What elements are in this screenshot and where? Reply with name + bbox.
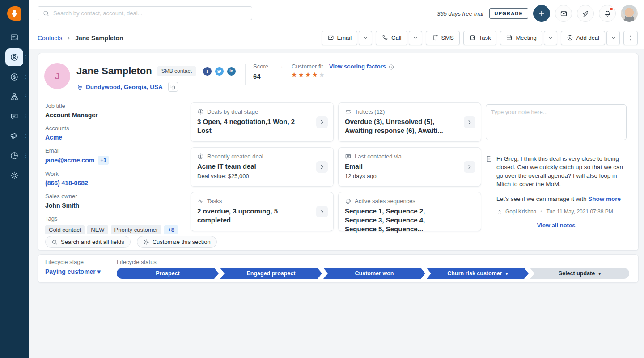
scoring-link-text: View scoring factors [329,63,386,70]
card-expand-button[interactable] [316,206,328,217]
lifecycle-select-update[interactable]: Select update▾ [530,268,629,279]
breadcrumb-contacts-link[interactable]: Contacts [38,34,62,42]
action-group-add-deal: Add deal [561,31,620,45]
tag-chip[interactable]: NEW [87,225,108,234]
meeting-button[interactable]: Meeting [500,31,542,45]
more-tags-chip[interactable]: +8 [164,225,178,234]
notifications-button[interactable] [599,5,616,22]
card-active-sales-sequences[interactable]: Active sales sequencesSequence 1, Sequen… [338,192,481,231]
chevron-down-icon [610,35,616,41]
nav-deals[interactable]: ⋮ [5,68,23,86]
lifecycle-stage-dropdown[interactable]: Paying customer ▾ [45,268,101,275]
dollar-icon [197,108,204,115]
card-tasks[interactable]: Tasks2 overdue, 3 upcoming, 5 completed [191,192,334,231]
topbar: 365 days free trial UPGRADE [29,0,644,27]
sms-button[interactable]: SMS [426,31,460,45]
drag-dots-icon[interactable]: ⋮ [24,94,28,99]
field-tags: TagsCold contactNEWPriority customer+8 [45,215,184,234]
card-title: Last contacted via [355,153,402,160]
copy-button[interactable] [168,82,178,92]
card-recently-created-deal[interactable]: Recently created dealAcme IT team dealDe… [191,147,334,187]
search-edit-fields-button[interactable]: Search and edit all fields [45,236,131,248]
view-scoring-factors-link[interactable]: View scoring factors [329,63,394,70]
show-more-link[interactable]: Show more [588,196,621,202]
user-avatar[interactable] [621,5,638,22]
drag-dots-icon[interactable]: ⋮ [24,75,28,79]
task-button[interactable]: Task [463,31,497,45]
freshworks-logo-icon[interactable] [6,5,22,21]
call-button[interactable]: Call [376,31,407,45]
add-deal-dropdown-button[interactable] [606,31,620,45]
field-value[interactable]: jane@acme.com+1 [45,156,184,165]
card-deals-by-deal-stage[interactable]: Deals by deal stage3 Open, 4 negotiation… [191,102,334,142]
more-count-chip[interactable]: +1 [98,156,109,165]
score-value: 64 [253,72,261,80]
ticket-icon [345,108,352,115]
chevron-right-icon [319,164,325,170]
nav-conversations[interactable]: ⋮ [5,107,23,125]
card-expand-button[interactable] [464,116,475,128]
nav-contacts[interactable]: ⋮ [5,48,23,66]
nav-settings[interactable] [5,166,23,184]
lifecycle-stage-label: Lifecycle stage [45,259,84,265]
trial-text: 365 days free trial [437,10,483,17]
contact-summary-card: J Jane Sampleton SMB contact f in Dundyw… [38,53,639,251]
chevron-down-icon [412,35,418,41]
card-expand-button[interactable] [464,161,475,173]
drag-dots-icon[interactable]: ⋮ [24,114,28,119]
email-button[interactable]: Email [322,31,358,45]
email-inbox-button[interactable] [555,5,572,22]
meeting-dropdown-button[interactable] [544,31,557,45]
field-label: Tags [45,215,184,222]
card-last-contacted-via[interactable]: Last contacted viaEmail12 days ago [338,147,481,187]
lifecycle-stage-prospect[interactable]: Prospect [117,268,219,279]
facebook-icon[interactable]: f [203,67,212,76]
nav-deals-icon [10,72,19,81]
search-icon [51,239,58,245]
nav-analytics[interactable]: ⋮ [5,147,23,165]
envelope-icon [560,10,568,17]
drag-dots-icon[interactable]: ⋮ [24,153,28,158]
view-all-notes-link[interactable]: View all notes [486,222,627,229]
quick-add-button[interactable] [533,5,550,22]
drag-dots-icon[interactable]: ⋮ [24,134,28,138]
global-search[interactable] [38,6,252,20]
tag-chip[interactable]: Cold contact [45,225,85,234]
card-primary-text: 3 Open, 4 negotiation,1 Won, 2 Lost [197,117,304,135]
search-input[interactable] [53,10,247,17]
field-value[interactable]: Acme [45,133,184,141]
call-dropdown-button[interactable] [409,31,422,45]
twitter-icon[interactable] [215,67,224,76]
card-expand-button[interactable] [316,161,328,173]
whats-new-button[interactable] [577,5,594,22]
contact-actions: EmailCallSMSTaskMeetingAdd deal [322,31,638,45]
linkedin-icon[interactable]: in [227,67,236,76]
field-value[interactable]: (866) 418-0682 [45,179,184,187]
customize-section-button[interactable]: Customize this section [137,236,217,248]
upgrade-button[interactable]: UPGRADE [489,8,528,19]
nav-dashboard[interactable] [5,29,23,47]
more-actions-button[interactable] [623,31,638,45]
note-text: Hi Greg, I think this deal is very close… [496,154,627,203]
note-input[interactable] [486,104,627,140]
nav-accounts[interactable]: ⋮ [5,88,23,106]
tag-chip[interactable]: Priority customer [111,225,162,234]
lifecycle-stage-churn-risk-customer[interactable]: Churn risk customer▾ [427,268,529,279]
card-tickets-12[interactable]: Tickets (12)Overdue (3), Unresolved (5),… [338,102,481,142]
lifecycle-stage-engaged-prospect[interactable]: Engaged prospect [220,268,322,279]
breadcrumb-bar: Contacts Jane Sampleton EmailCallSMSTask… [29,27,644,49]
star-icon: ★ [298,71,305,78]
dollar-icon [197,153,204,160]
contact-location-link[interactable]: Dundywood, Georgia, USA [86,84,163,90]
add-deal-button[interactable]: Add deal [561,31,605,45]
card-expand-button[interactable] [316,116,328,128]
field-work: Work(866) 418-0682 [45,170,184,187]
lifecycle-stage-value: Paying customer [45,268,96,275]
email-dropdown-button[interactable] [359,31,372,45]
drag-dots-icon[interactable]: ⋮ [24,55,28,60]
nav-campaigns[interactable]: ⋮ [5,127,23,145]
caret-down-icon: ▾ [598,271,601,276]
envelope-icon [327,34,334,41]
lifecycle-stage-customer-won[interactable]: Customer won [323,268,425,279]
pill-label: Customize this section [153,239,211,245]
